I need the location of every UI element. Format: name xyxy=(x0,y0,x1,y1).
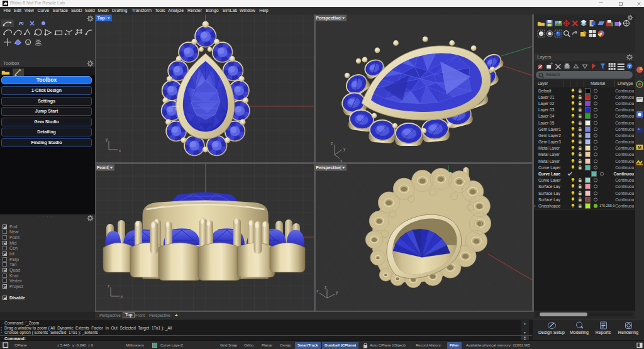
svg-text:Perspective: Perspective xyxy=(316,165,340,170)
svg-text:Top: Top xyxy=(97,16,105,21)
svg-text:Front: Front xyxy=(97,165,109,170)
svg-text:z: z xyxy=(331,141,333,145)
svg-text:Perspective: Perspective xyxy=(316,16,340,21)
svg-text:M: M xyxy=(638,145,641,150)
svg-text:?: ? xyxy=(628,64,631,69)
svg-text:z: z xyxy=(108,284,109,288)
svg-text:z: z xyxy=(325,285,326,289)
